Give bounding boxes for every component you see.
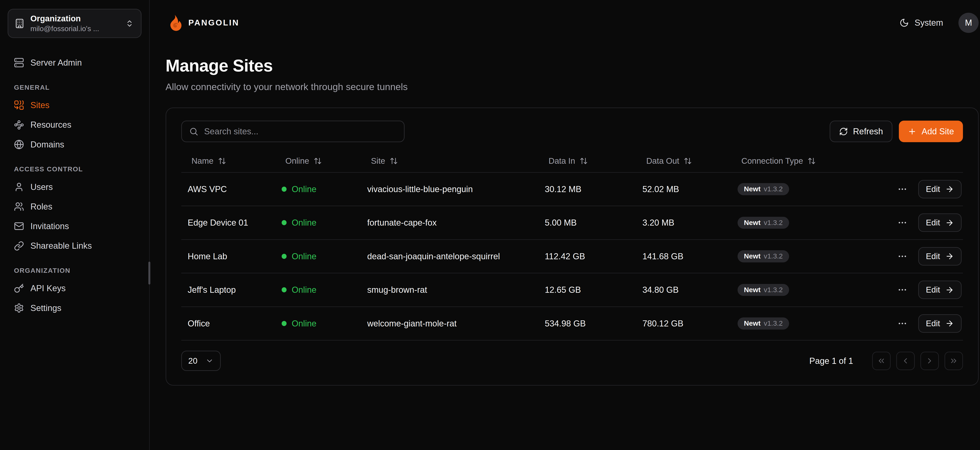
online-status-dot	[282, 254, 287, 259]
table-row: Home Lab Online dead-san-joaquin-antelop…	[181, 240, 963, 274]
sort-icon	[808, 157, 816, 165]
topbar-right: System M	[899, 13, 978, 33]
cell-name: Jeff's Laptop	[181, 285, 275, 295]
brand-name: PANGOLIN	[188, 18, 239, 27]
sort-icon	[390, 157, 398, 165]
sidebar-item-settings[interactable]: Settings	[8, 298, 142, 317]
cell-online: Online	[275, 318, 361, 328]
connection-name: Newt	[744, 219, 760, 227]
sidebar-item-invitations[interactable]: Invitations	[8, 217, 142, 236]
connection-type-badge: Newt v1.3.2	[738, 250, 789, 262]
chevrons-up-down-icon	[124, 19, 135, 28]
cell-data-out: 141.68 GB	[636, 252, 731, 261]
arrow-right-icon	[945, 252, 954, 261]
column-label: Site	[371, 156, 385, 166]
row-more-button[interactable]	[895, 316, 910, 331]
cell-actions: Edit	[879, 180, 963, 198]
page-info: Page 1 of 1	[809, 356, 853, 366]
page-size-value: 20	[188, 356, 197, 366]
section-label-access-control: ACCESS CONTROL	[14, 165, 135, 173]
edit-button[interactable]: Edit	[918, 314, 962, 333]
row-more-button[interactable]	[895, 182, 910, 197]
cell-data-in: 30.12 MB	[538, 184, 636, 194]
online-status-dot	[282, 321, 287, 326]
cell-data-out: 780.12 GB	[636, 318, 731, 328]
plus-icon	[908, 127, 916, 136]
column-header-name[interactable]: Name	[181, 156, 275, 166]
edit-button-label: Edit	[926, 285, 940, 295]
column-header-data-in[interactable]: Data In	[538, 156, 636, 166]
ellipsis-icon	[897, 217, 907, 228]
page-size-select[interactable]: 20	[181, 351, 221, 371]
page-subtitle: Allow connectivity to your network throu…	[165, 81, 979, 92]
ellipsis-icon	[897, 184, 907, 194]
sidebar-item-label: API Keys	[30, 284, 66, 293]
online-status-label: Online	[292, 218, 317, 228]
cell-connection-type: Newt v1.3.2	[731, 284, 879, 296]
toolbar-actions: Refresh Add Site	[830, 120, 963, 142]
connection-type-badge: Newt v1.3.2	[738, 317, 789, 330]
online-status-label: Online	[292, 285, 317, 295]
pangolin-logo-icon	[165, 14, 183, 31]
connection-name: Newt	[744, 287, 760, 293]
sidebar-item-domains[interactable]: Domains	[8, 135, 142, 154]
brand[interactable]: PANGOLIN	[165, 14, 240, 31]
sidebar-resize-handle[interactable]	[148, 261, 150, 284]
pager: Page 1 of 1	[809, 352, 963, 370]
connection-name: Newt	[744, 253, 760, 260]
row-more-button[interactable]	[895, 282, 910, 298]
sidebar-item-label: Resources	[30, 120, 72, 130]
globe-icon	[14, 139, 24, 150]
sidebar-item-label: Shareable Links	[30, 241, 92, 250]
connection-version: v1.3.2	[764, 253, 783, 260]
sidebar-item-sites[interactable]: Sites	[8, 96, 142, 115]
edit-button[interactable]: Edit	[918, 247, 962, 266]
sidebar-item-roles[interactable]: Roles	[8, 197, 142, 216]
edit-button[interactable]: Edit	[918, 280, 962, 299]
gear-icon	[14, 303, 24, 313]
add-site-button[interactable]: Add Site	[899, 120, 963, 142]
cell-connection-type: Newt v1.3.2	[731, 183, 879, 195]
column-header-site[interactable]: Site	[361, 156, 538, 166]
previous-page-button[interactable]	[896, 352, 915, 370]
refresh-button[interactable]: Refresh	[830, 120, 892, 142]
cell-online: Online	[275, 218, 361, 228]
combine-icon	[14, 100, 24, 110]
org-texts: Organization milo@fossorial.io's ...	[30, 14, 119, 33]
column-header-connection-type[interactable]: Connection Type	[731, 156, 879, 166]
sidebar-item-users[interactable]: Users	[8, 177, 142, 196]
search-input[interactable]	[204, 127, 397, 136]
org-switcher[interactable]: Organization milo@fossorial.io's ...	[8, 9, 142, 38]
avatar[interactable]: M	[958, 13, 979, 33]
sidebar-item-api-keys[interactable]: API Keys	[8, 279, 142, 298]
last-page-button[interactable]	[945, 352, 963, 370]
next-page-button[interactable]	[920, 352, 939, 370]
sidebar-item-label: Settings	[30, 303, 61, 313]
ellipsis-icon	[897, 318, 907, 329]
table-row: Jeff's Laptop Online smug-brown-rat 12.6…	[181, 273, 963, 307]
row-more-button[interactable]	[895, 249, 910, 264]
cell-site: vivacious-little-blue-penguin	[361, 184, 538, 194]
online-status-label: Online	[292, 252, 317, 261]
first-page-button[interactable]	[872, 352, 891, 370]
cell-online: Online	[275, 252, 361, 261]
column-header-online[interactable]: Online	[275, 156, 361, 166]
mail-icon	[14, 221, 24, 231]
edit-button[interactable]: Edit	[918, 214, 962, 232]
cell-actions: Edit	[879, 280, 963, 299]
sidebar-item-resources[interactable]: Resources	[8, 115, 142, 134]
edit-button-label: Edit	[926, 252, 940, 261]
connection-type-badge: Newt v1.3.2	[738, 284, 789, 296]
sidebar-item-shareable-links[interactable]: Shareable Links	[8, 236, 142, 255]
cell-data-in: 534.98 GB	[538, 318, 636, 328]
sort-icon	[313, 157, 322, 165]
connection-type-badge: Newt v1.3.2	[738, 183, 789, 195]
column-label: Data Out	[646, 156, 679, 166]
row-more-button[interactable]	[895, 215, 910, 230]
column-label: Data In	[549, 156, 575, 166]
column-header-data-out[interactable]: Data Out	[636, 156, 731, 166]
sidebar-item-server-admin[interactable]: Server Admin	[8, 53, 142, 72]
chevrons-left-icon	[877, 357, 886, 365]
edit-button[interactable]: Edit	[918, 180, 962, 198]
theme-toggle[interactable]: System	[899, 18, 943, 28]
